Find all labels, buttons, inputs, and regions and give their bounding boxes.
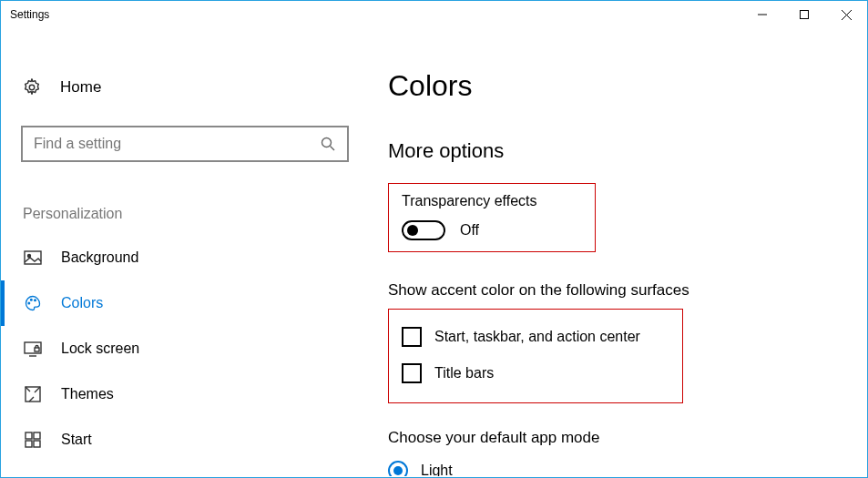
app-mode-label: Light [421, 463, 453, 476]
app-mode-heading: Choose your default app mode [388, 429, 849, 447]
sidebar-item-start[interactable]: Start [1, 417, 361, 463]
sidebar-item-lockscreen[interactable]: Lock screen [1, 326, 361, 371]
radio-icon [388, 461, 408, 476]
titlebar: Settings [1, 1, 867, 28]
transparency-highlight: Transparency effects Off [388, 183, 596, 252]
section-more-options: More options [388, 139, 849, 163]
close-button[interactable] [825, 1, 867, 28]
sidebar-item-colors[interactable]: Colors [1, 280, 361, 326]
content-area: Home Personalization Background [1, 28, 867, 476]
accent-checkbox-titlebars[interactable]: Title bars [402, 355, 669, 392]
lockscreen-icon [23, 339, 43, 359]
svg-rect-1 [801, 11, 809, 19]
svg-point-5 [322, 138, 332, 147]
app-mode-light[interactable]: Light [388, 454, 849, 476]
palette-icon [23, 293, 43, 313]
home-nav[interactable]: Home [1, 69, 361, 106]
transparency-label: Transparency effects [402, 193, 582, 209]
radio-dot [393, 466, 403, 475]
sidebar-item-background[interactable]: Background [1, 235, 361, 280]
sidebar-item-label: Colors [61, 295, 103, 311]
svg-point-10 [31, 299, 33, 300]
sidebar-item-label: Themes [61, 386, 114, 402]
sidebar-item-themes[interactable]: Themes [1, 371, 361, 417]
search-container [21, 126, 341, 162]
window-controls [741, 1, 867, 28]
svg-point-9 [28, 302, 30, 304]
transparency-toggle[interactable] [402, 220, 445, 240]
start-icon [23, 430, 43, 450]
svg-rect-16 [26, 432, 32, 439]
themes-icon [23, 384, 43, 404]
page-title: Colors [388, 69, 849, 103]
sidebar: Home Personalization Background [1, 28, 361, 476]
image-icon [23, 248, 43, 268]
checkbox-icon [402, 363, 422, 383]
svg-point-8 [28, 255, 31, 258]
toggle-knob [407, 225, 418, 236]
search-icon [320, 136, 336, 152]
svg-rect-19 [34, 441, 40, 447]
svg-rect-7 [25, 251, 41, 264]
minimize-button[interactable] [741, 1, 783, 28]
home-label: Home [60, 78, 101, 97]
svg-rect-18 [26, 441, 32, 447]
svg-point-4 [29, 85, 35, 90]
transparency-toggle-row: Off [402, 220, 582, 240]
maximize-icon [800, 10, 809, 19]
maximize-button[interactable] [783, 1, 825, 28]
search-input[interactable] [34, 136, 320, 152]
svg-rect-17 [34, 432, 40, 439]
settings-window: Settings Home [0, 0, 868, 478]
minimize-icon [758, 10, 767, 19]
svg-point-11 [35, 300, 36, 301]
svg-rect-14 [35, 348, 39, 351]
accent-highlight: Start, taskbar, and action center Title … [388, 309, 683, 403]
accent-option-label: Start, taskbar, and action center [434, 329, 640, 345]
close-icon [842, 10, 852, 20]
svg-line-6 [331, 147, 335, 151]
accent-option-label: Title bars [434, 365, 494, 381]
search-box[interactable] [21, 126, 349, 162]
accent-heading: Show accent color on the following surfa… [388, 281, 849, 300]
window-title: Settings [10, 8, 49, 21]
sidebar-item-label: Start [61, 432, 92, 448]
sidebar-category: Personalization [23, 206, 361, 222]
gear-icon [22, 77, 42, 97]
sidebar-item-label: Lock screen [61, 341, 139, 357]
accent-checkbox-start[interactable]: Start, taskbar, and action center [402, 319, 669, 355]
main-panel: Colors More options Transparency effects… [361, 28, 867, 476]
transparency-state: Off [460, 222, 479, 239]
checkbox-icon [402, 327, 422, 347]
sidebar-item-label: Background [61, 249, 138, 266]
